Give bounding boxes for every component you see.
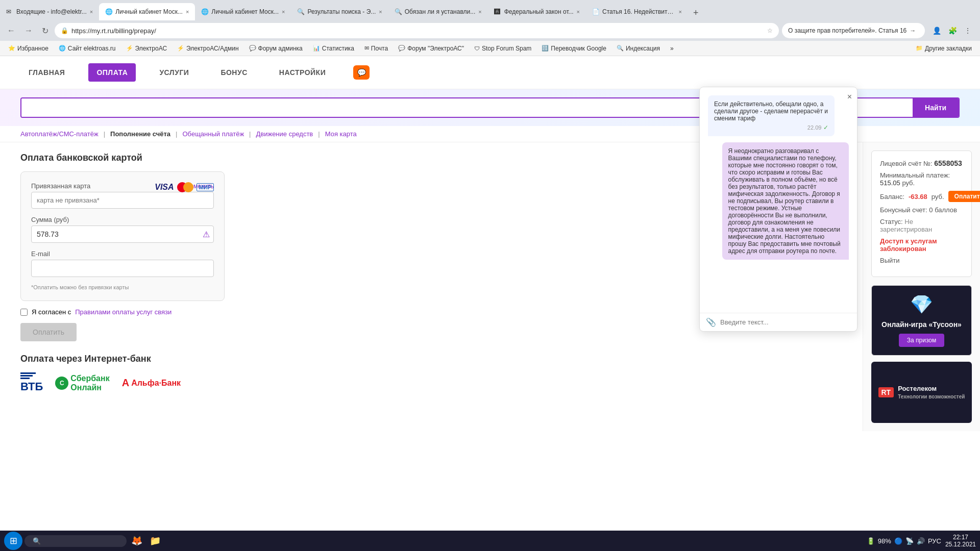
tab-close-6[interactable]: × xyxy=(577,9,580,15)
pay-orange-button[interactable]: Оплатить xyxy=(948,191,980,202)
payment-rules-link[interactable]: Правилами оплаты услуг связи xyxy=(75,308,172,316)
bookmark-forum-elektroas[interactable]: 💬 Форум "ЭлектроАС" xyxy=(394,44,468,53)
tab-close-4[interactable]: × xyxy=(379,9,382,15)
chat-messages: Если действительно, обещали одно, а сдел… xyxy=(700,87,857,313)
bookmark-elektroas[interactable]: ⚡ ЭлектроАС xyxy=(122,44,172,53)
bookmark-mail[interactable]: ✉ Почта xyxy=(360,44,392,53)
alfa-bank[interactable]: А Альфа·Банк xyxy=(122,377,181,389)
tab-6[interactable]: 🅰 Федеральный закон от... × xyxy=(488,3,586,20)
bluetooth-icon: 🔵 xyxy=(894,537,902,545)
address-input[interactable] xyxy=(71,27,764,35)
taskbar-icon-2[interactable]: 📁 xyxy=(147,533,163,549)
back-button[interactable]: ← xyxy=(4,25,18,36)
tab-autopay[interactable]: Автоплатёж/СМС-платёж xyxy=(20,130,99,138)
bookmark-more[interactable]: » xyxy=(666,44,678,53)
nav-bonus[interactable]: БОНУС xyxy=(212,63,255,82)
tab-5[interactable]: 🔍 Обязан ли я устанавли... × xyxy=(388,3,488,20)
tab-mycard[interactable]: Моя карта xyxy=(325,130,357,138)
search-button[interactable]: Найти xyxy=(913,98,959,117)
new-tab-button[interactable]: + xyxy=(688,6,704,20)
sber-label: СбербанкОнлайн xyxy=(70,374,109,392)
tab-title-6: Федеральный закон от... xyxy=(504,8,574,15)
tab-movement[interactable]: Движение средств xyxy=(256,130,313,138)
taskbar-icon-1[interactable]: 🦊 xyxy=(129,533,145,549)
right-panel: Лицевой счёт №: 6558053 Минимальный плат… xyxy=(863,142,980,431)
tab-7[interactable]: 📄 Статья 16. Недействите... × xyxy=(586,3,688,20)
chat-close-button[interactable]: × xyxy=(847,92,852,102)
bookmark-izbranoe[interactable]: ⭐ Избранное xyxy=(4,44,53,53)
card-note: *Оплатить можно без привязки карты xyxy=(31,284,214,290)
tab-favicon-6: 🅰 xyxy=(494,8,501,15)
tab-title-4: Результаты поиска - Э... xyxy=(307,8,376,15)
bookmark-other-folders[interactable]: 📁 Другие закладки xyxy=(912,44,976,53)
sber-bank[interactable]: С СбербанкОнлайн xyxy=(55,374,109,392)
chat-icon: 💬 xyxy=(353,65,370,80)
bookmark-label-other: Другие закладки xyxy=(925,45,972,52)
alfa-label: Альфа·Банк xyxy=(131,379,181,388)
tab-1[interactable]: ✉ Входящие - info@elektr... × xyxy=(0,3,99,20)
bookmark-favicon-5: 📊 xyxy=(313,45,320,52)
bookmark-elektroas-site[interactable]: 🌐 Сайт elektroas.ru xyxy=(55,44,120,53)
tab-2[interactable]: 🌐 Личный кабинет Моск... × xyxy=(99,3,195,20)
bookmark-index[interactable]: 🔍 Индексация xyxy=(612,44,664,53)
star-icon[interactable]: ☆ xyxy=(767,27,773,34)
chat-nav-icon[interactable]: 💬 xyxy=(349,61,374,84)
rt-logo-icon: RT xyxy=(878,387,894,397)
bookmark-favicon-8: 🛡 xyxy=(474,45,480,52)
chat-attach-button[interactable]: 📎 xyxy=(706,317,716,327)
tab-close-3[interactable]: × xyxy=(282,9,285,15)
amount-input[interactable] xyxy=(31,226,214,243)
nav-services[interactable]: УСЛУГИ xyxy=(151,63,197,82)
nav-settings[interactable]: НАСТРОЙКИ xyxy=(271,63,334,82)
volume-icon: 🔊 xyxy=(917,537,925,545)
card-number-input[interactable] xyxy=(31,192,214,209)
clock: 22:17 xyxy=(945,534,976,541)
vtb-bank[interactable]: ВТБ xyxy=(20,372,43,393)
tab-3[interactable]: 🌐 Личный кабинет Моск... × xyxy=(195,3,291,20)
tab-close-5[interactable]: × xyxy=(478,9,481,15)
internet-bank-title: Оплата через Интернет-банк xyxy=(20,354,842,364)
tab-close-7[interactable]: × xyxy=(679,9,682,15)
bookmark-elektroas-admin[interactable]: ⚡ ЭлектроАС/Админ xyxy=(173,44,242,53)
tab-4[interactable]: 🔍 Результаты поиска - Э... × xyxy=(291,3,388,20)
email-input[interactable] xyxy=(31,260,214,277)
tab-promised[interactable]: Обещанный платёж xyxy=(182,130,244,138)
bookmark-label-2: ЭлектроАС xyxy=(135,45,167,52)
profile-button[interactable]: 👤 xyxy=(930,26,944,36)
tab-title-1: Входящие - info@elektr... xyxy=(16,8,87,15)
agree-checkbox[interactable] xyxy=(20,309,28,316)
ad-banner: 💎 Онлайн-игра «Тусоон» За призом xyxy=(871,285,972,356)
vtb-line-3 xyxy=(20,378,30,379)
tab-title-2: Личный кабинет Моск... xyxy=(115,8,183,15)
refresh-button[interactable]: ↻ xyxy=(39,25,52,37)
tab-favicon-1: ✉ xyxy=(6,8,13,15)
tab-close-2[interactable]: × xyxy=(186,9,189,15)
bookmark-stats[interactable]: 📊 Статистика xyxy=(309,44,358,53)
chat-text-input[interactable] xyxy=(720,318,851,326)
amount-label: Сумма (руб) xyxy=(31,216,214,223)
vtb-line-2 xyxy=(20,375,33,377)
nav-main[interactable]: ГЛАВНАЯ xyxy=(20,63,73,82)
bookmark-forum-admin[interactable]: 💬 Форум админка xyxy=(245,44,307,53)
nav-payment[interactable]: ОПЛАТА xyxy=(88,63,136,82)
bookmark-stop-forum-spam[interactable]: 🛡 Stop Forum Spam xyxy=(470,44,535,53)
extensions-button[interactable]: 🧩 xyxy=(946,26,960,36)
taskbar-search[interactable]: 🔍 xyxy=(24,535,127,547)
start-button[interactable]: ⊞ xyxy=(4,532,22,550)
pay-button[interactable]: Оплатить xyxy=(20,323,77,341)
bookmark-translate[interactable]: 🔠 Переводчик Google xyxy=(537,44,610,53)
chat-input-row: 📎 xyxy=(700,313,857,331)
forward-button[interactable]: → xyxy=(21,25,36,36)
ad-button[interactable]: За призом xyxy=(899,334,944,347)
tab-close-1[interactable]: × xyxy=(90,9,93,15)
balance-unit: руб. xyxy=(932,193,944,201)
tab-favicon-3: 🌐 xyxy=(201,8,208,15)
wifi-icon: 📡 xyxy=(905,537,914,545)
chat-message-right-1: Я неоднократно разговаривал с Вашими спе… xyxy=(722,142,849,260)
account-row-num: Лицевой счёт №: 6558053 xyxy=(880,159,963,167)
exit-link[interactable]: Выйти xyxy=(880,257,900,264)
bookmark-favicon-3: ⚡ xyxy=(177,45,184,52)
menu-button[interactable]: ⋮ xyxy=(962,26,974,36)
tab-bar: ✉ Входящие - info@elektr... × 🌐 Личный к… xyxy=(0,0,980,20)
lang-label: РУС xyxy=(928,537,941,545)
